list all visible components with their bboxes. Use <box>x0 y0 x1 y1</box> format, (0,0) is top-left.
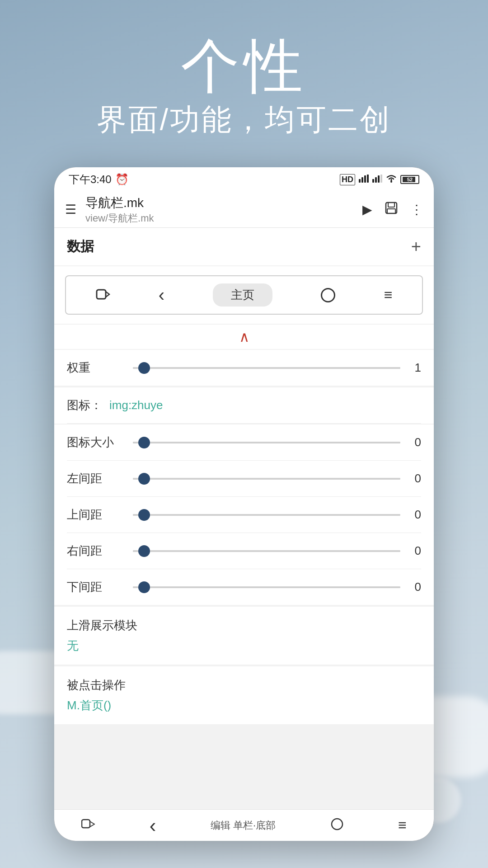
bottom-nav-back-arrow[interactable]: ‹ <box>150 814 156 837</box>
chevron-indicator[interactable]: ∧ <box>54 325 434 349</box>
data-section-title: 数据 <box>67 237 94 256</box>
nav-preview-square <box>96 287 110 303</box>
icon-label: 图标： <box>67 397 102 413</box>
left-margin-label: 左间距 <box>67 471 126 486</box>
nav-preview-menu[interactable]: ≡ <box>384 287 393 303</box>
top-margin-value: 0 <box>408 508 421 522</box>
bottom-nav-label: 编辑 单栏·底部 <box>211 819 276 832</box>
left-margin-thumb[interactable] <box>138 473 150 485</box>
settings-section-weight: 权重 1 <box>54 350 434 386</box>
left-margin-row: 左间距 0 <box>67 461 421 497</box>
top-margin-track <box>133 514 400 516</box>
right-margin-slider[interactable] <box>133 550 400 552</box>
left-margin-fill <box>133 478 400 480</box>
nav-preview-inner: ‹ 主页 ≡ <box>65 275 423 315</box>
right-margin-row: 右间距 0 <box>67 533 421 569</box>
svg-rect-12 <box>97 290 106 299</box>
weight-value: 1 <box>408 361 421 375</box>
weight-fill <box>133 367 400 369</box>
bottom-nav-back[interactable] <box>81 817 95 834</box>
svg-rect-6 <box>378 175 380 183</box>
right-margin-label: 右间距 <box>67 543 126 559</box>
main-content: 数据 + ‹ 主页 ≡ ∧ 权重 <box>54 228 434 809</box>
bottom-margin-value: 0 <box>408 580 421 594</box>
svg-rect-11 <box>387 209 395 213</box>
top-margin-slider[interactable] <box>133 514 400 516</box>
left-margin-slider[interactable] <box>133 478 400 480</box>
more-options-button[interactable]: ⋮ <box>410 202 423 217</box>
right-margin-thumb[interactable] <box>138 545 150 557</box>
svg-point-14 <box>332 819 343 830</box>
toolbar-actions: ▶ ⋮ <box>362 201 423 218</box>
icon-size-slider[interactable] <box>133 442 400 443</box>
svg-rect-3 <box>367 175 369 183</box>
icon-size-thumb[interactable] <box>138 437 150 448</box>
svg-rect-5 <box>375 177 377 183</box>
icon-size-value: 0 <box>408 435 421 449</box>
top-margin-thumb[interactable] <box>138 509 150 521</box>
weight-row: 权重 1 <box>67 350 421 386</box>
click-action-value[interactable]: M.首页() <box>67 698 421 713</box>
alarm-icon: ⏰ <box>115 173 129 186</box>
svg-rect-1 <box>361 177 363 183</box>
signal-icon-2 <box>372 174 382 185</box>
status-left: 下午3:40 ⏰ <box>69 172 129 187</box>
bottom-nav-circle[interactable] <box>330 817 344 834</box>
weight-thumb[interactable] <box>138 362 150 374</box>
hd-badge-1: HD <box>340 174 355 185</box>
svg-rect-13 <box>82 820 90 828</box>
data-section-header: 数据 + <box>54 228 434 265</box>
bottom-padding <box>54 725 434 743</box>
settings-section-icon: 图标大小 0 左间距 0 <box>54 425 434 605</box>
icon-size-fill <box>133 442 400 443</box>
top-margin-label: 上间距 <box>67 507 126 523</box>
battery-indicator: 52 <box>400 175 419 184</box>
toolbar-menu-icon[interactable]: ☰ <box>65 202 76 217</box>
signal-icon-1 <box>359 174 369 185</box>
page-subtitle: 界面/功能，均可二创 <box>0 99 488 140</box>
toolbar-title-area: 导航栏.mk view/导航栏.mk <box>85 194 362 225</box>
nav-preview-home[interactable]: 主页 <box>213 283 272 307</box>
top-margin-fill <box>133 514 400 516</box>
left-margin-value: 0 <box>408 472 421 486</box>
phone-frame: 下午3:40 ⏰ HD 52 ☰ 导航栏.mk view/导航栏.mk <box>54 167 434 841</box>
svg-rect-0 <box>359 179 361 183</box>
icon-section: 图标： img:zhuye <box>54 387 434 424</box>
svg-rect-7 <box>380 175 382 183</box>
click-action-section: 被点击操作 M.首页() <box>54 666 434 724</box>
svg-rect-4 <box>372 179 374 183</box>
weight-slider[interactable] <box>133 367 400 369</box>
slide-module-value[interactable]: 无 <box>67 638 421 654</box>
right-margin-fill <box>133 550 400 552</box>
bottom-nav-menu[interactable]: ≡ <box>398 817 407 834</box>
chevron-up-icon: ∧ <box>239 329 249 345</box>
icon-value[interactable]: img:zhuye <box>109 398 163 412</box>
icon-row: 图标： img:zhuye <box>67 387 421 424</box>
nav-preview-circle[interactable] <box>321 288 335 302</box>
bottom-margin-slider[interactable] <box>133 586 400 588</box>
app-toolbar: ☰ 导航栏.mk view/导航栏.mk ▶ ⋮ <box>54 192 434 228</box>
bottom-margin-thumb[interactable] <box>138 581 150 593</box>
bottom-margin-track <box>133 586 400 588</box>
icon-size-track <box>133 442 400 443</box>
weight-track <box>133 367 400 369</box>
svg-point-8 <box>390 181 392 183</box>
svg-rect-10 <box>388 203 394 207</box>
save-button[interactable] <box>385 201 398 218</box>
toolbar-sub-title: view/导航栏.mk <box>85 212 362 225</box>
left-margin-track <box>133 478 400 480</box>
nav-preview-back[interactable]: ‹ <box>159 285 164 305</box>
bottom-margin-label: 下间距 <box>67 579 126 595</box>
top-margin-row: 上间距 0 <box>67 497 421 533</box>
svg-rect-2 <box>364 175 366 183</box>
icon-size-row: 图标大小 0 <box>67 425 421 461</box>
slide-module-section: 上滑展示模块 无 <box>54 607 434 665</box>
add-data-button[interactable]: + <box>411 237 421 256</box>
click-action-title: 被点击操作 <box>67 677 421 693</box>
slide-module-title: 上滑展示模块 <box>67 618 421 633</box>
play-button[interactable]: ▶ <box>362 202 372 217</box>
status-bar: 下午3:40 ⏰ HD 52 <box>54 167 434 192</box>
status-time: 下午3:40 <box>69 172 112 187</box>
toolbar-main-title: 导航栏.mk <box>85 194 362 212</box>
battery-level: 52 <box>407 177 413 182</box>
